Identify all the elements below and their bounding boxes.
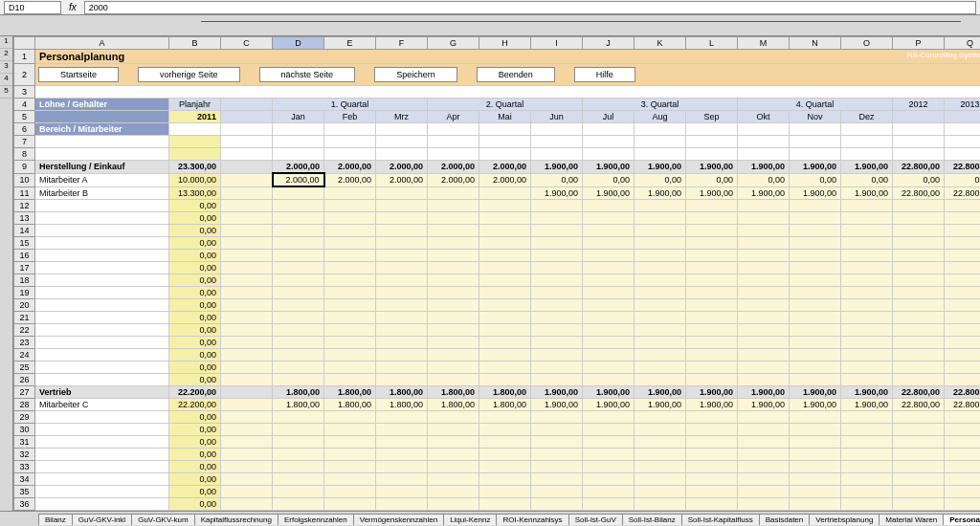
month-cell[interactable]: 1.900,00 [841, 186, 893, 199]
cell[interactable] [686, 423, 738, 435]
cell[interactable] [738, 224, 790, 236]
cell[interactable] [221, 148, 273, 161]
cell[interactable] [221, 274, 273, 286]
cell[interactable] [376, 261, 428, 274]
plan-value[interactable]: 0,00 [169, 298, 221, 311]
cell[interactable] [531, 410, 583, 423]
cell[interactable] [686, 460, 738, 472]
cell[interactable] [841, 211, 893, 224]
cell[interactable] [790, 236, 841, 249]
cell[interactable] [893, 236, 945, 249]
row-header[interactable]: 14 [14, 224, 35, 236]
cell[interactable] [945, 274, 981, 286]
cell[interactable] [428, 311, 479, 323]
cell[interactable] [635, 311, 686, 323]
cell[interactable] [376, 323, 428, 336]
cell[interactable] [945, 261, 981, 274]
cell[interactable] [945, 249, 981, 261]
cell[interactable] [273, 423, 324, 435]
cell[interactable] [583, 510, 635, 511]
cell[interactable] [738, 373, 790, 385]
cell[interactable] [738, 311, 790, 323]
cell[interactable] [324, 261, 376, 274]
cell[interactable] [583, 298, 635, 311]
month-cell[interactable]: 1.900,00 [635, 186, 686, 199]
cell[interactable] [945, 448, 981, 460]
select-all[interactable] [14, 37, 35, 50]
cell[interactable] [428, 123, 479, 136]
cell[interactable] [169, 123, 221, 136]
cell[interactable] [324, 199, 376, 211]
cell[interactable] [686, 497, 738, 510]
cell[interactable] [273, 249, 324, 261]
cell[interactable] [945, 123, 981, 136]
employee-name[interactable] [35, 224, 169, 236]
cell[interactable] [893, 123, 945, 136]
cell[interactable] [428, 336, 479, 348]
cell[interactable] [531, 323, 583, 336]
cell[interactable] [583, 423, 635, 435]
cell[interactable] [324, 485, 376, 497]
cell[interactable] [738, 211, 790, 224]
cell[interactable] [479, 373, 531, 385]
cell[interactable] [376, 460, 428, 472]
column-header[interactable]: K [635, 37, 686, 50]
cell[interactable] [893, 311, 945, 323]
cell[interactable] [273, 373, 324, 385]
sheet-tab[interactable]: Basisdaten [759, 514, 811, 525]
month-cell[interactable]: 1.800,00 [376, 398, 428, 410]
cell[interactable] [738, 510, 790, 511]
cell[interactable] [376, 148, 428, 161]
employee-name[interactable] [35, 348, 169, 361]
cell[interactable] [428, 361, 479, 373]
cell[interactable] [738, 136, 790, 148]
cell[interactable] [635, 286, 686, 298]
cell[interactable] [686, 448, 738, 460]
cell[interactable] [479, 336, 531, 348]
cell[interactable] [479, 423, 531, 435]
cell[interactable] [893, 485, 945, 497]
cell[interactable] [583, 311, 635, 323]
cell[interactable] [479, 311, 531, 323]
cell[interactable] [531, 472, 583, 485]
column-header[interactable]: E [324, 37, 376, 50]
employee-name[interactable] [35, 274, 169, 286]
month-cell[interactable]: 2.000,00 [273, 173, 324, 186]
employee-name[interactable]: Mitarbeiter C [35, 398, 169, 410]
column-header[interactable]: A [35, 37, 169, 50]
cell[interactable] [376, 485, 428, 497]
cell[interactable] [428, 211, 479, 224]
cell[interactable] [479, 123, 531, 136]
cell[interactable] [273, 497, 324, 510]
cell[interactable] [428, 199, 479, 211]
cell[interactable] [738, 298, 790, 311]
cell[interactable] [945, 286, 981, 298]
cell[interactable] [221, 123, 273, 136]
month-cell[interactable]: 1.900,00 [841, 398, 893, 410]
cell[interactable] [479, 472, 531, 485]
cell[interactable] [428, 423, 479, 435]
cell[interactable] [273, 460, 324, 472]
cell[interactable] [635, 236, 686, 249]
cell[interactable] [273, 274, 324, 286]
cell[interactable] [273, 236, 324, 249]
outline-level-3[interactable]: 3 [0, 61, 12, 74]
row-header[interactable]: 20 [14, 298, 35, 311]
outline-level-5[interactable]: 5 [0, 86, 12, 99]
cell[interactable] [273, 123, 324, 136]
cell[interactable] [221, 286, 273, 298]
cell[interactable] [945, 224, 981, 236]
row-header[interactable]: 36 [14, 497, 35, 510]
cell[interactable] [583, 199, 635, 211]
cell[interactable] [221, 460, 273, 472]
cell[interactable] [945, 460, 981, 472]
nav-button[interactable]: Speichern [374, 67, 457, 82]
cell[interactable] [583, 348, 635, 361]
cell[interactable] [273, 261, 324, 274]
cell[interactable] [893, 410, 945, 423]
cell[interactable] [893, 323, 945, 336]
month-cell[interactable]: 1.900,00 [738, 186, 790, 199]
plan-value[interactable]: 0,00 [169, 448, 221, 460]
month-cell[interactable] [273, 186, 324, 199]
nav-button[interactable]: vorherige Seite [138, 67, 240, 82]
